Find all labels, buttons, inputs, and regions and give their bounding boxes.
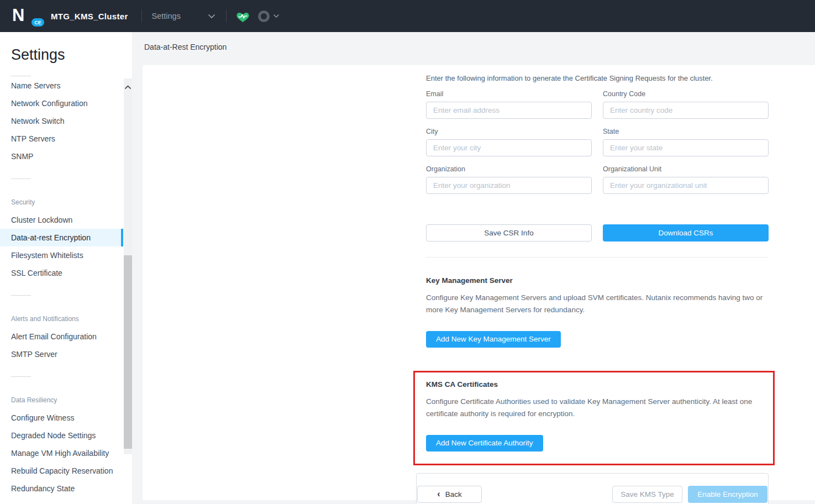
email-field-group: Email — [426, 90, 592, 119]
sidebar-section-alerts: Alerts and Notifications — [11, 315, 132, 323]
sidebar-divider — [11, 295, 31, 296]
chevron-left-icon: ‹ — [437, 490, 440, 498]
nutanix-logo[interactable]: N CE — [12, 7, 34, 25]
scrollbar-thumb[interactable] — [124, 255, 132, 449]
sidebar-item-manage-vm-high-availability[interactable]: Manage VM High Availability — [0, 444, 123, 462]
sidebar-group-data-resiliency: Configure Witness Degraded Node Settings… — [0, 409, 132, 497]
user-avatar[interactable] — [258, 11, 270, 22]
back-button[interactable]: ‹ Back — [417, 486, 482, 503]
sidebar-item-filesystem-whitelists[interactable]: Filesystem Whitelists — [0, 246, 123, 264]
city-field-group: City — [426, 128, 592, 156]
sidebar-item-snmp[interactable]: SNMP — [0, 148, 123, 165]
sidebar-section-security: Security — [11, 198, 132, 206]
sidebar-group-security: Cluster Lockdown Data-at-rest Encryption… — [0, 211, 132, 282]
main-content-area: Data-at-Rest Encryption Enter the follow… — [132, 32, 815, 504]
sidebar-item-network-switch[interactable]: Network Switch — [0, 112, 123, 130]
country-code-label: Country Code — [603, 90, 769, 98]
sidebar-item-redundancy-state[interactable]: Redundancy State — [0, 480, 123, 497]
save-csr-info-button[interactable]: Save CSR Info — [426, 224, 592, 242]
footer-action-bar: ‹ Back Save KMS Type Enable Encryption — [416, 473, 769, 504]
settings-sidebar: Settings Name Servers Network Configurat… — [0, 32, 132, 504]
sidebar-item-cluster-lockdown[interactable]: Cluster Lockdown — [0, 211, 123, 229]
sidebar-group-alerts: Alert Email Configuration SMTP Server — [0, 328, 132, 363]
cluster-name: MTG_KMS_Cluster — [51, 12, 128, 21]
sidebar-section-data-resiliency: Data Resiliency — [11, 396, 132, 404]
country-code-field-group: Country Code — [603, 90, 769, 119]
chevron-down-icon — [208, 14, 215, 18]
organizational-unit-field[interactable] — [603, 177, 769, 194]
key-management-server-section: Key Management Server Configure Key Mana… — [426, 276, 769, 348]
settings-menu-dropdown[interactable]: Settings — [152, 12, 215, 20]
kms-section-description: Configure Key Management Servers and upl… — [426, 292, 769, 316]
organizational-unit-field-group: Organizational Unit — [603, 165, 769, 194]
organization-field[interactable] — [426, 177, 592, 194]
sidebar-item-degraded-node-settings[interactable]: Degraded Node Settings — [0, 427, 123, 444]
download-csrs-button[interactable]: Download CSRs — [603, 224, 769, 242]
sidebar-divider — [11, 179, 31, 179]
save-kms-type-button[interactable]: Save KMS Type — [612, 486, 682, 503]
sidebar-item-data-at-rest-encryption[interactable]: Data-at-rest Encryption — [0, 229, 123, 246]
section-divider — [426, 257, 769, 258]
page-title: Data-at-Rest Encryption — [144, 43, 227, 51]
state-label: State — [603, 128, 769, 135]
sidebar-divider — [11, 76, 31, 76]
csr-intro-text: Enter the following information to gener… — [426, 74, 769, 82]
back-button-label: Back — [445, 490, 462, 498]
state-field[interactable] — [603, 139, 769, 156]
organization-label: Organization — [426, 165, 592, 173]
sidebar-item-rebuild-capacity-reservation[interactable]: Rebuild Capacity Reservation — [0, 462, 123, 480]
organization-field-group: Organization — [426, 165, 592, 194]
kms-ca-certificates-highlighted-section: KMS CA Certificates Configure Certificat… — [413, 371, 775, 465]
settings-menu-label: Settings — [152, 12, 181, 20]
health-heart-icon[interactable] — [236, 10, 250, 23]
sidebar-group-general: Name Servers Network Configuration Netwo… — [0, 77, 132, 165]
sidebar-title: Settings — [11, 46, 132, 64]
add-new-certificate-authority-button[interactable]: Add New Certificate Authority — [426, 435, 543, 452]
sidebar-divider — [11, 376, 31, 377]
email-field[interactable] — [426, 102, 592, 119]
state-field-group: State — [603, 128, 769, 156]
topbar-divider — [141, 9, 142, 23]
sidebar-item-network-configuration[interactable]: Network Configuration — [0, 95, 123, 112]
organizational-unit-label: Organizational Unit — [603, 165, 769, 173]
scrollbar-up-arrow-icon[interactable] — [125, 81, 131, 91]
kms-section-title: Key Management Server — [426, 276, 769, 285]
sidebar-item-name-servers[interactable]: Name Servers — [0, 77, 123, 95]
enable-encryption-button[interactable]: Enable Encryption — [688, 486, 767, 503]
user-menu-chevron-down-icon[interactable] — [274, 14, 279, 18]
city-label: City — [426, 128, 592, 135]
data-at-rest-encryption-panel: Enter the following information to gener… — [143, 65, 815, 500]
city-field[interactable] — [426, 139, 592, 156]
sidebar-item-alert-email-configuration[interactable]: Alert Email Configuration — [0, 328, 123, 345]
sidebar-item-ssl-certificate[interactable]: SSL Certificate — [0, 264, 123, 282]
sidebar-item-ntp-servers[interactable]: NTP Servers — [0, 130, 123, 148]
ca-section-description: Configure Certificate Authorities used t… — [426, 396, 762, 420]
email-label: Email — [426, 90, 592, 98]
country-code-field[interactable] — [603, 102, 769, 119]
csr-form: Email Country Code City State Organizati… — [426, 90, 769, 203]
sidebar-scrollbar[interactable] — [124, 78, 132, 454]
sidebar-item-configure-witness[interactable]: Configure Witness — [0, 409, 123, 427]
sidebar-item-smtp-server[interactable]: SMTP Server — [0, 345, 123, 363]
top-navigation-bar: N CE MTG_KMS_Cluster Settings — [0, 0, 815, 32]
add-new-key-management-server-button[interactable]: Add New Key Management Server — [426, 331, 561, 348]
ce-badge: CE — [30, 17, 45, 28]
ca-section-title: KMS CA Certificates — [426, 380, 762, 389]
